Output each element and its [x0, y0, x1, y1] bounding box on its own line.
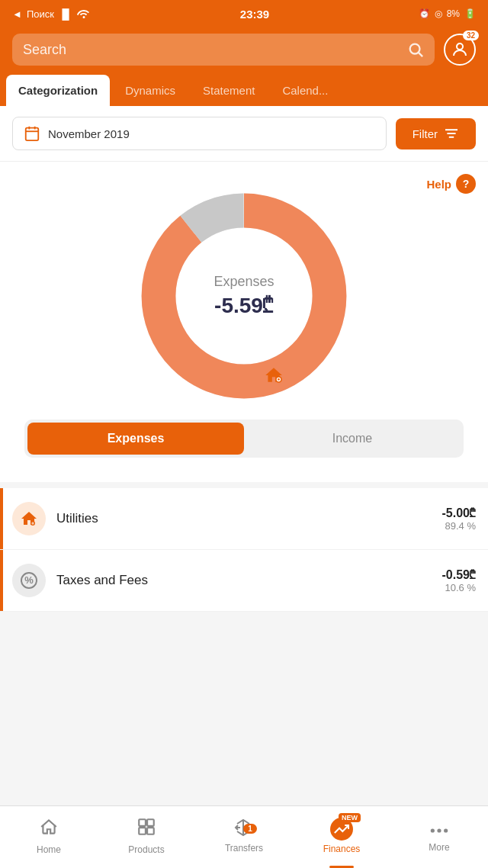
- category-utilities[interactable]: Utilities -5.00₾ 89.4 %: [0, 488, 488, 550]
- svg-rect-23: [147, 819, 154, 826]
- finances-nav-icon-wrap: NEW: [330, 818, 353, 841]
- chart-section: Help ? Expenses: [0, 162, 488, 482]
- date-picker[interactable]: November 2019: [12, 117, 387, 150]
- nav-transfers[interactable]: 1 Transfers: [195, 806, 293, 868]
- products-nav-icon: [136, 817, 156, 841]
- donut-value: -5.59₾: [214, 293, 274, 318]
- svg-rect-22: [139, 819, 146, 826]
- utilities-icon: [12, 502, 46, 535]
- search-icon: [407, 41, 424, 58]
- alarm-icon: ⏰: [419, 8, 430, 19]
- donut-center: Expenses -5.59₾: [214, 274, 274, 318]
- search-text: Search: [23, 42, 66, 58]
- nav-finances[interactable]: NEW Finances: [293, 806, 390, 868]
- donut-chart-wrap: Expenses -5.59₾: [12, 174, 476, 410]
- tab-calendar[interactable]: Calend...: [270, 75, 340, 106]
- status-time: 23:39: [240, 8, 269, 21]
- battery-icon: 🔋: [464, 8, 476, 19]
- svg-point-19: [32, 522, 33, 523]
- svg-rect-25: [147, 828, 154, 834]
- bottom-navigation: Home Products 1 Trans: [0, 805, 488, 868]
- utilities-amount: -5.00₾: [442, 506, 476, 520]
- nav-products-label: Products: [128, 844, 164, 855]
- nav-home[interactable]: Home: [0, 806, 98, 868]
- svg-line-1: [419, 53, 422, 56]
- svg-point-30: [437, 828, 441, 832]
- carrier-name: Поиск: [27, 8, 54, 20]
- donut-container: Expenses -5.59₾: [137, 189, 351, 403]
- tab-categorization[interactable]: Categorization: [6, 75, 110, 106]
- taxes-icon: %: [12, 564, 46, 597]
- selected-month: November 2019: [48, 127, 130, 140]
- status-left: ◄ Поиск ▐▌: [12, 8, 91, 21]
- nav-more-label: More: [429, 842, 449, 853]
- svg-point-2: [457, 43, 463, 50]
- avatar-button[interactable]: 32: [444, 34, 476, 66]
- taxes-amount: -0.59₾: [442, 568, 476, 582]
- nav-finances-label: Finances: [323, 844, 361, 854]
- svg-point-0: [410, 44, 420, 54]
- svg-point-29: [431, 828, 435, 832]
- category-taxes[interactable]: % Taxes and Fees -0.59₾ 10.6 %: [0, 550, 488, 612]
- finances-badge-new: NEW: [339, 813, 361, 822]
- utilities-percent: 89.4 %: [442, 520, 476, 532]
- nav-transfers-label: Transfers: [225, 843, 263, 854]
- nav-products[interactable]: Products: [98, 806, 195, 868]
- avatar-badge: 32: [463, 31, 479, 40]
- category-list: Utilities -5.00₾ 89.4 % % Taxes and Fees: [0, 488, 488, 612]
- battery-text: 8%: [447, 8, 460, 19]
- taxes-info: Taxes and Fees: [56, 573, 432, 588]
- wifi-icon: [77, 8, 91, 21]
- search-input-wrap[interactable]: Search: [12, 34, 435, 66]
- transfers-badge: 1: [243, 824, 257, 834]
- svg-point-31: [444, 828, 448, 832]
- utilities-values: -5.00₾ 89.4 %: [442, 506, 476, 532]
- filter-button[interactable]: Filter: [396, 118, 476, 149]
- taxes-name: Taxes and Fees: [56, 573, 432, 588]
- donut-label: Expenses: [214, 274, 274, 290]
- status-bar: ◄ Поиск ▐▌ 23:39 ⏰ ◎ 8% 🔋: [0, 0, 488, 27]
- svg-point-16: [278, 378, 280, 381]
- calendar-icon: [24, 125, 40, 142]
- home-icon-on-donut: [264, 365, 284, 389]
- transfers-nav-icon: 1: [233, 818, 255, 840]
- utilities-info: Utilities: [56, 511, 432, 526]
- signal-icon: ▐▌: [59, 8, 72, 20]
- income-toggle-button[interactable]: Income: [244, 423, 461, 455]
- nav-more[interactable]: More: [390, 806, 488, 868]
- location-icon: ◎: [435, 8, 442, 19]
- taxes-values: -0.59₾ 10.6 %: [442, 568, 476, 593]
- taxes-percent: 10.6 %: [442, 582, 476, 593]
- status-right: ⏰ ◎ 8% 🔋: [419, 8, 476, 19]
- svg-text:%: %: [24, 574, 34, 586]
- filter-icon: [444, 127, 459, 140]
- back-arrow: ◄: [12, 8, 22, 20]
- nav-home-label: Home: [37, 844, 61, 855]
- expenses-income-toggle: Expenses Income: [24, 420, 464, 458]
- tab-navigation: Categorization Dynamics Statement Calend…: [0, 75, 488, 106]
- svg-rect-3: [26, 128, 39, 141]
- expenses-toggle-button[interactable]: Expenses: [27, 423, 244, 455]
- home-nav-icon: [39, 817, 59, 841]
- tab-statement[interactable]: Statement: [191, 75, 267, 106]
- tab-dynamics[interactable]: Dynamics: [113, 75, 188, 106]
- search-bar: Search 32: [0, 27, 488, 75]
- svg-rect-24: [139, 828, 146, 834]
- more-nav-icon: [429, 819, 449, 839]
- date-filter-row: November 2019 Filter: [0, 106, 488, 162]
- utilities-name: Utilities: [56, 511, 432, 526]
